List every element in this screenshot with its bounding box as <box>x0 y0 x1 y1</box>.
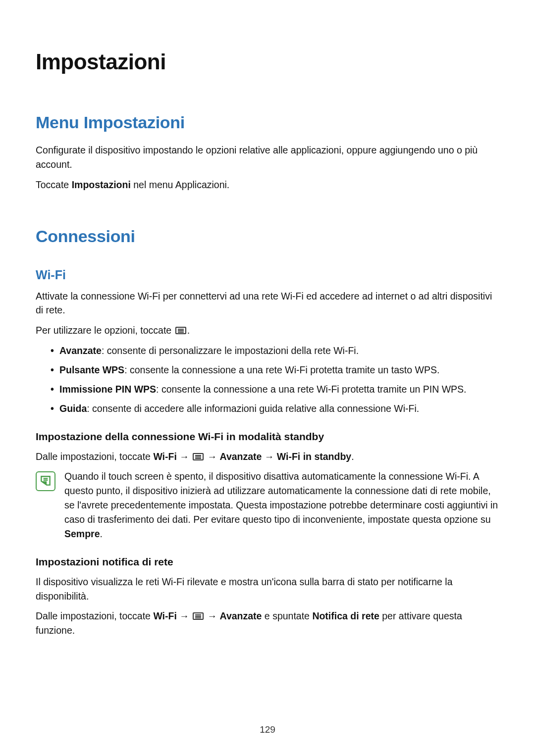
menu-icon <box>193 453 204 460</box>
paragraph: Per utilizzare le opzioni, toccate . <box>36 323 499 338</box>
text: : consente di personalizzare le impostaz… <box>102 345 359 356</box>
text-bold: Impostazioni <box>72 179 131 190</box>
text: . <box>187 325 190 336</box>
text-bold: Guida <box>59 403 87 414</box>
text-bold: Avanzate <box>59 345 102 356</box>
bullet-list: Avanzate: consente di personalizzare le … <box>51 344 499 415</box>
text: : consente la connessione a una rete Wi-… <box>124 364 439 375</box>
sub-subsection-heading-standby: Impostazione della connessione Wi-Fi in … <box>36 431 499 443</box>
text: Quando il touch screen è spento, il disp… <box>64 471 498 525</box>
text: Toccate <box>36 179 72 190</box>
paragraph: Configurate il dispositivo impostando le… <box>36 143 499 172</box>
text-bold: Pulsante WPS <box>59 364 124 375</box>
text: . <box>100 528 103 539</box>
subsection-heading-wifi: Wi-Fi <box>36 268 499 282</box>
text: nel menu Applicazioni. <box>131 179 229 190</box>
menu-icon <box>193 612 204 620</box>
section-heading-connessioni: Connessioni <box>36 227 499 246</box>
text-bold: Wi-Fi <box>153 610 176 621</box>
note-block: Quando il touch screen è spento, il disp… <box>36 469 499 541</box>
list-item: Avanzate: consente di personalizzare le … <box>51 344 499 358</box>
sub-subsection-heading-notifica: Impostazioni notifica di rete <box>36 556 499 568</box>
text-bold: Sempre <box>64 528 100 539</box>
arrow: → <box>177 451 192 462</box>
arrow: → <box>177 610 192 621</box>
page-number: 129 <box>0 724 535 735</box>
list-item: Pulsante WPS: consente la connessione a … <box>51 363 499 377</box>
arrow: → <box>262 451 276 462</box>
text-bold: Immissione PIN WPS <box>59 384 156 395</box>
text: Dalle impostazioni, toccate <box>36 451 153 462</box>
text-bold: Notifica di rete <box>312 610 379 621</box>
text: . <box>351 451 354 462</box>
menu-icon <box>175 327 186 334</box>
document-page: Impostazioni Menu Impostazioni Configura… <box>0 0 535 663</box>
section-heading-menu-impostazioni: Menu Impostazioni <box>36 113 499 132</box>
text-bold: Avanzate <box>220 451 262 462</box>
paragraph: Toccate Impostazioni nel menu Applicazio… <box>36 178 499 192</box>
paragraph: Dalle impostazioni, toccate Wi-Fi → → Av… <box>36 450 499 464</box>
paragraph: Attivate la connessione Wi-Fi per connet… <box>36 289 499 318</box>
text: : consente la connessione a una rete Wi-… <box>156 384 466 395</box>
text: Dalle impostazioni, toccate <box>36 610 153 621</box>
note-text: Quando il touch screen è spento, il disp… <box>64 469 499 541</box>
text-bold: Avanzate <box>220 610 262 621</box>
paragraph: Il dispositivo visualizza le reti Wi-Fi … <box>36 575 499 604</box>
text: Per utilizzare le opzioni, toccate <box>36 325 174 336</box>
text-bold: Wi-Fi in standby <box>277 451 351 462</box>
text-bold: Wi-Fi <box>153 451 176 462</box>
page-title: Impostazioni <box>36 50 499 74</box>
text: e spuntate <box>262 610 312 621</box>
arrow: → <box>205 610 219 621</box>
note-icon <box>36 471 55 491</box>
arrow: → <box>205 451 219 462</box>
list-item: Guida: consente di accedere alle informa… <box>51 402 499 416</box>
list-item: Immissione PIN WPS: consente la connessi… <box>51 382 499 397</box>
text: : consente di accedere alle informazioni… <box>87 403 419 414</box>
paragraph: Dalle impostazioni, toccate Wi-Fi → → Av… <box>36 609 499 638</box>
